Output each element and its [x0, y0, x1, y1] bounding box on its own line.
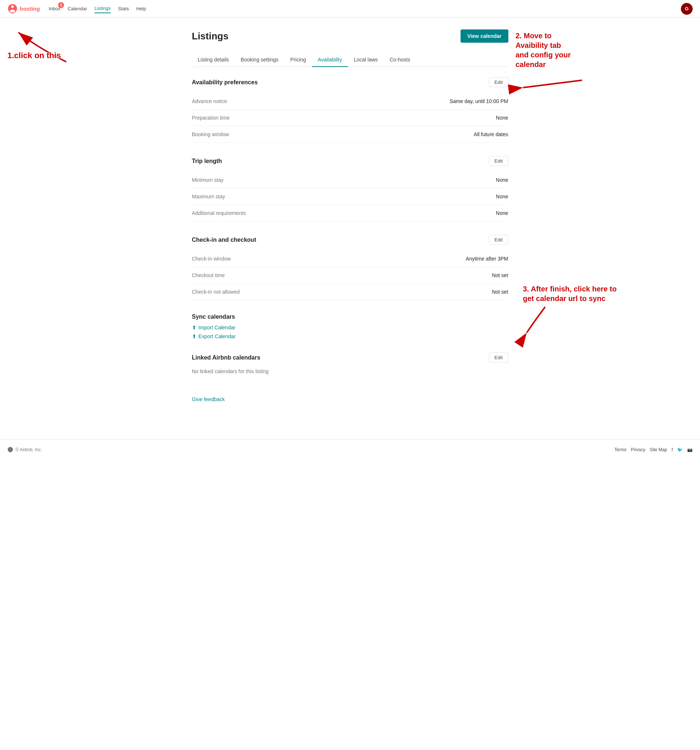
advance-notice-label: Advance notice	[192, 98, 227, 104]
import-calendar-link[interactable]: ⬆ Import Calendar	[192, 324, 508, 330]
checkin-window-value: Anytime after 3PM	[466, 256, 508, 262]
tabs-navigation: Listing details Booking settings Pricing…	[192, 53, 508, 67]
availability-edit-button[interactable]: Edit	[489, 77, 508, 87]
nav-listings[interactable]: Listings	[95, 4, 111, 13]
nav-calendar[interactable]: Calendar	[68, 5, 87, 13]
page-footer: © Airbnb, Inc. Terms Privacy Site Map f …	[0, 439, 700, 460]
nav-help[interactable]: Help	[136, 5, 146, 13]
linked-calendars-section: Linked Airbnb calendars Edit No linked c…	[192, 352, 508, 374]
availability-preferences-section: Availability preferences Edit Advance no…	[192, 77, 508, 143]
step3-annotation-text: 3. After finish, click here toget calend…	[523, 284, 700, 303]
nav-inbox[interactable]: Inbox 3	[49, 5, 60, 13]
footer-instagram-icon[interactable]: 📷	[687, 447, 692, 452]
availability-section-title: Availability preferences	[192, 79, 258, 86]
booking-window-value: All future dates	[474, 131, 508, 137]
minimum-stay-value: None	[496, 177, 508, 183]
no-linked-text: No linked calendars for this listing	[192, 368, 508, 374]
brand-logo-link[interactable]: hosting	[8, 4, 40, 14]
checkin-section-header: Check-in and checkout Edit	[192, 235, 508, 245]
advance-notice-value: Same day, until 10:00 PM	[450, 98, 508, 104]
linked-title: Linked Airbnb calendars	[192, 354, 261, 361]
linked-edit-button[interactable]: Edit	[489, 352, 508, 363]
export-icon: ⬆	[192, 334, 196, 339]
export-calendar-link[interactable]: ⬆ Export Calendar	[192, 334, 508, 339]
nav-stats[interactable]: Stats	[118, 5, 129, 13]
minimum-stay-row: Minimum stay None	[192, 172, 508, 188]
tab-co-hosts[interactable]: Co-hosts	[384, 53, 416, 67]
checkout-time-value: Not set	[492, 272, 508, 278]
checkin-not-allowed-row: Check-in not allowed Not set	[192, 284, 508, 300]
user-avatar[interactable]: G	[681, 3, 692, 15]
trip-length-edit-button[interactable]: Edit	[489, 156, 508, 166]
sync-title: Sync calendars	[192, 314, 508, 320]
checkin-window-row: Check-in window Anytime after 3PM	[192, 251, 508, 267]
view-calendar-button[interactable]: View calendar	[461, 29, 508, 43]
preparation-time-value: None	[496, 115, 508, 121]
brand-name: hosting	[20, 6, 40, 12]
maximum-stay-value: None	[496, 194, 508, 200]
step3-annotation-container: 3. After finish, click here toget calend…	[523, 284, 700, 341]
footer-left: © Airbnb, Inc.	[8, 447, 42, 453]
checkin-title: Check-in and checkout	[192, 237, 256, 243]
footer-copyright: © Airbnb, Inc.	[15, 447, 42, 452]
preparation-time-row: Preparation time None	[192, 110, 508, 126]
trip-length-section: Trip length Edit Minimum stay None Maxim…	[192, 156, 508, 221]
tab-booking-settings[interactable]: Booking settings	[235, 53, 284, 67]
availability-section-header: Availability preferences Edit	[192, 77, 508, 87]
tab-listing-details[interactable]: Listing details	[192, 53, 235, 67]
footer-facebook-icon[interactable]: f	[672, 447, 673, 452]
footer-sitemap-link[interactable]: Site Map	[649, 447, 667, 452]
checkout-time-row: Checkout time Not set	[192, 267, 508, 284]
page-header: Listings View calendar	[192, 29, 508, 43]
trip-length-section-header: Trip length Edit	[192, 156, 508, 166]
step2-annotation-container: 2. Move toAvaibility taband config yourc…	[516, 31, 648, 103]
footer-terms-link[interactable]: Terms	[614, 447, 626, 452]
footer-airbnb-icon	[8, 447, 13, 453]
maximum-stay-row: Maximum stay None	[192, 188, 508, 205]
checkin-window-label: Check-in window	[192, 256, 231, 262]
nav-links: Inbox 3 Calendar Listings Stats Help	[49, 4, 146, 13]
minimum-stay-label: Minimum stay	[192, 177, 224, 183]
sync-calendars-section: Sync calendars ⬆ Import Calendar ⬆ Expor…	[192, 314, 508, 339]
page-title: Listings	[192, 31, 229, 42]
preparation-time-label: Preparation time	[192, 115, 230, 121]
step1-arrow	[8, 29, 99, 73]
additional-requirements-value: None	[496, 210, 508, 216]
linked-section-header: Linked Airbnb calendars Edit	[192, 352, 508, 363]
footer-privacy-link[interactable]: Privacy	[631, 447, 645, 452]
import-icon: ⬆	[192, 324, 196, 330]
tab-local-laws[interactable]: Local laws	[348, 53, 384, 67]
top-navigation: hosting Inbox 3 Calendar Listings Stats …	[0, 0, 700, 18]
additional-requirements-row: Additional requirements None	[192, 205, 508, 221]
maximum-stay-label: Maximum stay	[192, 194, 225, 200]
additional-requirements-label: Additional requirements	[192, 210, 246, 216]
checkin-checkout-section: Check-in and checkout Edit Check-in wind…	[192, 235, 508, 300]
airbnb-logo-icon	[8, 4, 18, 14]
give-feedback-link[interactable]: Give feedback	[192, 397, 225, 402]
checkin-edit-button[interactable]: Edit	[489, 235, 508, 245]
checkin-not-allowed-label: Check-in not allowed	[192, 289, 240, 295]
tab-availability[interactable]: Availability	[312, 53, 348, 67]
step2-arrow	[516, 73, 589, 102]
footer-right: Terms Privacy Site Map f 🐦 📷	[614, 447, 692, 452]
checkin-not-allowed-value: Not set	[492, 289, 508, 295]
tab-pricing[interactable]: Pricing	[284, 53, 312, 67]
booking-window-label: Booking window	[192, 131, 229, 137]
trip-length-title: Trip length	[192, 158, 222, 164]
step1-annotation-text: 1.click on this	[8, 51, 61, 60]
footer-twitter-icon[interactable]: 🐦	[677, 447, 683, 452]
step3-arrow	[523, 303, 597, 340]
advance-notice-row: Advance notice Same day, until 10:00 PM	[192, 93, 508, 110]
step2-annotation-text: 2. Move toAvaibility taband config yourc…	[516, 31, 648, 69]
checkout-time-label: Checkout time	[192, 272, 225, 278]
booking-window-row: Booking window All future dates	[192, 126, 508, 143]
inbox-badge: 3	[58, 2, 64, 8]
